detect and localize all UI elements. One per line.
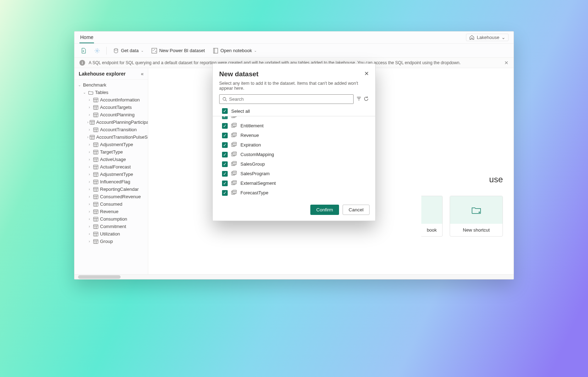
refresh-button[interactable]	[364, 96, 369, 102]
list-item[interactable]: ✓Revenue	[213, 131, 375, 140]
tree-table-row[interactable]: ›AccountTargets	[74, 104, 148, 111]
horizontal-scrollbar[interactable]	[74, 274, 514, 279]
filter-button[interactable]	[356, 96, 361, 102]
item-checkbox[interactable]: ✓	[222, 116, 228, 119]
item-checkbox[interactable]: ✓	[222, 171, 228, 177]
chevron-right-icon: ›	[87, 105, 91, 109]
table-icon	[90, 135, 95, 140]
select-all-checkbox[interactable]: ✓	[222, 108, 228, 114]
tree-table-label: AdjustmentType	[100, 142, 133, 147]
dialog-search-field[interactable]	[219, 94, 354, 104]
tree-table-row[interactable]: ›Consumption	[74, 215, 148, 223]
tree-table-row[interactable]: ›AccountTransition	[74, 126, 148, 133]
tree-root[interactable]: ⌄ Benchmark	[74, 81, 148, 89]
settings-action-button[interactable]	[91, 46, 103, 55]
dialog-close-button[interactable]: ✕	[364, 70, 369, 77]
chevron-right-icon: ›	[87, 239, 91, 243]
chevron-right-icon: ›	[87, 202, 91, 206]
card-notebook[interactable]: book	[421, 196, 443, 237]
tree-table-row[interactable]: ›AccountPlanning	[74, 111, 148, 118]
item-checkbox[interactable]: ✓	[222, 181, 228, 186]
view-switcher[interactable]: Lakehouse ⌄	[466, 34, 509, 41]
tree-table-row[interactable]: ›ConsumedRevenue	[74, 193, 148, 200]
table-icon	[93, 127, 99, 132]
chevron-right-icon: ›	[87, 217, 91, 221]
new-dataset-button[interactable]: New Power BI dataset	[149, 46, 208, 55]
item-label: Entitlement	[240, 123, 264, 128]
item-checkbox[interactable]: ✓	[222, 152, 228, 157]
search-input[interactable]	[229, 96, 350, 102]
list-item[interactable]: ✓Expiration	[213, 140, 375, 150]
select-all-row[interactable]: ✓ Select all	[213, 106, 375, 116]
tree-table-row[interactable]: ›ActiveUsage	[74, 156, 148, 163]
tree-table-label: AccountInformation	[100, 97, 140, 102]
tree-table-row[interactable]: ›TargetType	[74, 148, 148, 156]
tree-table-label: TargetType	[100, 149, 123, 155]
chevron-down-icon: ⌄	[141, 49, 144, 52]
sidebar-title: Lakehouse explorer	[79, 71, 126, 77]
open-notebook-button[interactable]: Open notebook ⌄	[210, 46, 260, 55]
tree-table-row[interactable]: ›AccountTransitionPulseSu	[74, 133, 148, 141]
table-icon	[231, 142, 237, 148]
table-icon	[93, 187, 99, 192]
dialog-subtitle: Select any item to add it to the dataset…	[213, 79, 375, 94]
add-action-button[interactable]	[78, 46, 89, 55]
table-icon	[93, 165, 99, 170]
tree-table-label: AccountTargets	[100, 105, 132, 110]
chevron-down-icon: ⌄	[82, 90, 87, 94]
scrollbar-thumb[interactable]	[78, 275, 121, 279]
list-item[interactable]: ✓ForecastType	[213, 188, 375, 198]
toolbar: Get data ⌄ New Power BI dataset Open not…	[74, 44, 514, 58]
table-icon	[93, 217, 99, 222]
tree-folder-tables[interactable]: ⌄ Tables	[74, 89, 148, 96]
dialog-title: New dataset	[219, 70, 259, 78]
tree-table-row[interactable]: ›Commitment	[74, 223, 148, 230]
tree-table-row[interactable]: ›Consumed	[74, 200, 148, 208]
item-checkbox[interactable]: ✓	[222, 133, 228, 138]
canvas-hero-partial: use	[489, 174, 503, 184]
notice-close-button[interactable]: ✕	[504, 60, 509, 66]
list-item[interactable]: ✓ExternalSegment	[213, 178, 375, 188]
tree-table-row[interactable]: ›Utilization	[74, 230, 148, 238]
tree-table-row[interactable]: ›ActualForecast	[74, 163, 148, 171]
table-icon	[231, 161, 237, 167]
item-checkbox[interactable]: ✓	[222, 123, 228, 129]
confirm-button[interactable]: Confirm	[310, 205, 339, 215]
card-new-shortcut[interactable]: New shortcut	[450, 196, 503, 237]
collapse-sidebar-button[interactable]: «	[141, 71, 144, 77]
list-item[interactable]: ✓SalesProgram	[213, 169, 375, 178]
svg-point-17	[153, 50, 154, 51]
tree-table-label: AccountPlanning	[100, 112, 135, 117]
dialog-items-list[interactable]: ✓ x ✓Entitlement✓Revenue✓Expiration✓Cust…	[213, 116, 375, 200]
list-item[interactable]: ✓CustomMapping	[213, 150, 375, 159]
item-checkbox[interactable]: ✓	[222, 190, 228, 196]
tree-table-row[interactable]: ›AccountPlanningParticipa	[74, 118, 148, 126]
item-checkbox[interactable]: ✓	[222, 161, 228, 167]
get-data-button[interactable]: Get data ⌄	[110, 46, 146, 55]
list-item[interactable]: ✓SalesGroup	[213, 159, 375, 169]
tree-table-row[interactable]: ›AdjustmentType	[74, 141, 148, 148]
table-icon	[93, 209, 99, 214]
select-all-label: Select all	[231, 109, 250, 114]
tree-table-label: AccountPlanningParticipa	[96, 120, 148, 125]
list-item[interactable]: ✓Entitlement	[213, 121, 375, 131]
tree-table-label: Commitment	[100, 224, 126, 229]
tree-table-row[interactable]: ›Revenue	[74, 208, 148, 215]
svg-point-15	[114, 48, 118, 50]
chevron-right-icon: ›	[87, 120, 88, 124]
item-checkbox[interactable]: ✓	[222, 142, 228, 148]
svg-point-14	[96, 50, 98, 51]
chevron-down-icon: ⌄	[254, 49, 257, 52]
tree-table-row[interactable]: ›AdjustmentType	[74, 171, 148, 178]
tree-table-row[interactable]: ›Group	[74, 238, 148, 245]
tree-table-label: Group	[100, 239, 113, 244]
explorer-tree[interactable]: ⌄ Benchmark ⌄ Tables ›AccountInformation…	[74, 80, 148, 274]
tree-table-row[interactable]: ›AccountInformation	[74, 96, 148, 104]
canvas-cards: book New shortcut	[421, 196, 503, 237]
tree-table-row[interactable]: ›ReportingCalendar	[74, 185, 148, 193]
cancel-button[interactable]: Cancel	[343, 205, 370, 215]
list-item[interactable]: ✓ x	[213, 116, 375, 121]
tree-table-row[interactable]: ›InfluencedFlag	[74, 178, 148, 185]
chevron-right-icon: ›	[87, 210, 91, 214]
tab-home[interactable]: Home	[79, 32, 94, 43]
